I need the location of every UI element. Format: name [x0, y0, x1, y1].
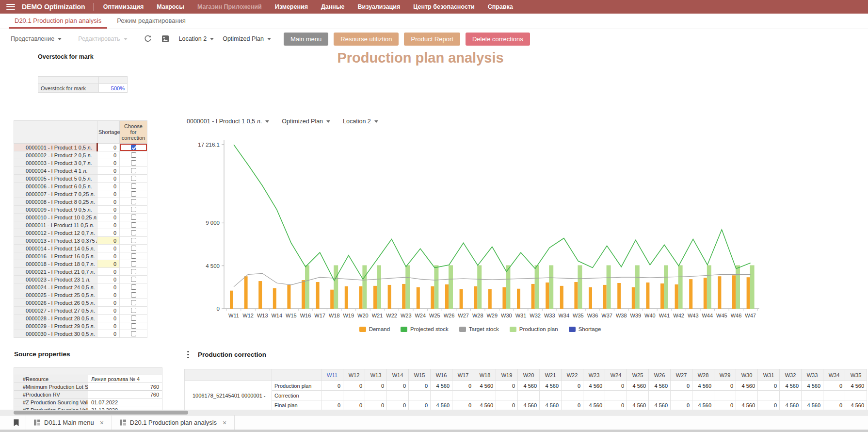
product-shortage-cell[interactable]: 0 [97, 322, 120, 330]
correction-week-header[interactable]: W34 [823, 369, 845, 381]
product-row-label[interactable]: 0000003 - I Product 3 0,7 л. [14, 159, 97, 167]
correction-value-cell[interactable]: 4 560 [474, 381, 496, 391]
correction-value-cell[interactable]: 4 560 [736, 400, 758, 410]
correction-value-cell[interactable]: 4 560 [649, 381, 671, 391]
product-row-label[interactable]: 0000027 - I Product 27 0,5 л. [14, 307, 97, 315]
correction-checkbox[interactable] [131, 284, 136, 290]
product-row-label[interactable]: 0000007 - I Product 7 0,25 л. [14, 190, 97, 198]
correction-value-cell[interactable]: 4 560 [845, 381, 867, 391]
correction-value-cell[interactable]: 4 560 [692, 400, 714, 410]
product-shortage-cell[interactable]: 0 [97, 214, 120, 221]
correction-checkbox[interactable] [131, 191, 136, 197]
delete-corrections-button[interactable]: Delete corrections [466, 33, 530, 46]
correction-week-header[interactable]: W21 [540, 369, 562, 381]
bottom-tab[interactable]: D01.1 Main menu× [26, 415, 112, 430]
scrollbar-thumb[interactable] [14, 411, 188, 415]
correction-checkbox[interactable] [131, 160, 136, 166]
view-menu[interactable]: Представление [11, 35, 62, 42]
correction-checkbox[interactable] [131, 183, 136, 189]
correction-value-cell[interactable] [409, 391, 431, 400]
doc-tab[interactable]: D20.1 Production plan analysis [9, 14, 107, 29]
correction-checkbox[interactable] [131, 222, 136, 228]
correction-week-header[interactable]: W32 [780, 369, 802, 381]
hamburger-menu-icon[interactable] [6, 4, 15, 10]
correction-value-cell[interactable]: 4 560 [780, 400, 802, 410]
product-row-label[interactable]: 0000009 - I Product 9 0,5 л. [14, 206, 97, 214]
topbar-menu-item[interactable]: Справка [488, 3, 513, 10]
topbar-menu-item[interactable]: Визуализация [358, 3, 401, 10]
correction-checkbox[interactable] [131, 215, 136, 220]
product-shortage-cell[interactable]: 0 [97, 291, 120, 299]
correction-week-header[interactable]: W27 [671, 369, 692, 381]
product-row-label[interactable]: 0000012 - I Product 12 0,7 л. [14, 229, 97, 237]
correction-value-cell[interactable]: 0 [321, 400, 343, 410]
correction-value-cell[interactable]: 0 [605, 381, 627, 391]
correction-value-cell[interactable]: 0 [321, 381, 343, 391]
product-row-label[interactable]: 0000004 - I Product 4 1 л. [14, 167, 97, 175]
correction-value-cell[interactable] [518, 391, 540, 400]
correction-checkbox[interactable] [131, 145, 136, 150]
image-icon[interactable] [161, 35, 169, 43]
close-icon[interactable]: × [100, 419, 104, 427]
product-row-label[interactable]: 0000030 - I Product 30 0,5 л. [14, 330, 97, 338]
correction-value-cell[interactable] [627, 391, 649, 400]
correction-value-cell[interactable]: 4 560 [802, 400, 823, 410]
correction-value-cell[interactable] [823, 391, 845, 400]
product-row-label[interactable]: 0000021 - I Product 21 0,7 л. [14, 268, 97, 276]
correction-week-header[interactable]: W18 [474, 369, 496, 381]
horizontal-scrollbar[interactable] [0, 410, 868, 415]
correction-value-cell[interactable] [649, 391, 671, 400]
correction-week-header[interactable]: W20 [518, 369, 540, 381]
correction-value-cell[interactable]: 0 [387, 381, 409, 391]
doc-tab[interactable]: Режим редактирования [111, 14, 192, 29]
product-row-label[interactable]: 0000016 - I Product 16 0,5 л. [14, 252, 97, 260]
product-shortage-cell[interactable]: 0 [97, 252, 120, 260]
correction-value-cell[interactable]: 0 [496, 400, 518, 410]
correction-checkbox[interactable] [131, 292, 136, 298]
correction-value-cell[interactable]: 0 [671, 400, 692, 410]
kebab-menu-icon[interactable] [187, 349, 189, 360]
correction-value-cell[interactable]: 4 560 [845, 400, 867, 410]
correction-value-cell[interactable]: 0 [758, 400, 780, 410]
source-property-value[interactable]: Линия розлива № 4 [88, 375, 162, 383]
bookmark-icon[interactable] [0, 415, 26, 430]
correction-week-header[interactable]: W25 [627, 369, 649, 381]
correction-value-cell[interactable]: 0 [605, 400, 627, 410]
product-report-button[interactable]: Product Report [404, 33, 460, 46]
product-row-label[interactable]: 0000024 - I Product 24 0,5 л. [14, 283, 97, 291]
correction-value-cell[interactable]: 0 [496, 381, 518, 391]
correction-value-cell[interactable]: 4 560 [736, 381, 758, 391]
product-shortage-cell[interactable]: 0 [97, 144, 120, 151]
product-shortage-cell[interactable]: 0 [97, 151, 120, 159]
product-row-label[interactable]: 0000028 - I Product 28 0,5 л. [14, 315, 97, 322]
correction-value-cell[interactable]: 4 560 [627, 400, 649, 410]
correction-checkbox[interactable] [131, 176, 136, 181]
correction-value-cell[interactable] [540, 391, 562, 400]
correction-value-cell[interactable]: 4 560 [518, 381, 540, 391]
correction-value-cell[interactable]: 0 [452, 400, 474, 410]
product-row-label[interactable]: 0000014 - I Product 14 0,5 л. [14, 245, 97, 252]
correction-value-cell[interactable]: 4 560 [474, 400, 496, 410]
correction-value-cell[interactable]: 4 560 [431, 400, 452, 410]
correction-value-cell[interactable]: 0 [823, 381, 845, 391]
correction-value-cell[interactable] [365, 391, 387, 400]
correction-value-cell[interactable]: 4 560 [583, 381, 605, 391]
correction-value-cell[interactable]: 4 560 [431, 381, 452, 391]
correction-value-cell[interactable]: 0 [714, 400, 736, 410]
correction-value-cell[interactable]: 0 [758, 381, 780, 391]
product-shortage-cell[interactable]: 0 [97, 183, 120, 190]
correction-value-cell[interactable]: 4 560 [649, 400, 671, 410]
correction-checkbox[interactable] [131, 269, 136, 274]
correction-value-cell[interactable]: 4 560 [583, 400, 605, 410]
product-shortage-cell[interactable]: 0 [97, 307, 120, 315]
correction-value-cell[interactable] [736, 391, 758, 400]
overstock-value-cell[interactable]: 500% [99, 84, 128, 93]
correction-week-header[interactable]: W22 [562, 369, 583, 381]
correction-week-header[interactable]: W31 [758, 369, 780, 381]
correction-week-header[interactable]: W29 [714, 369, 736, 381]
bottom-tab[interactable]: D20.1 Production plan analysis× [112, 415, 235, 430]
correction-value-cell[interactable] [845, 391, 867, 400]
topbar-menu-item[interactable]: Данные [321, 3, 345, 10]
product-shortage-cell[interactable]: 0 [97, 167, 120, 175]
product-row-label[interactable]: 0000029 - I Product 29 0,5 л. [14, 322, 97, 330]
